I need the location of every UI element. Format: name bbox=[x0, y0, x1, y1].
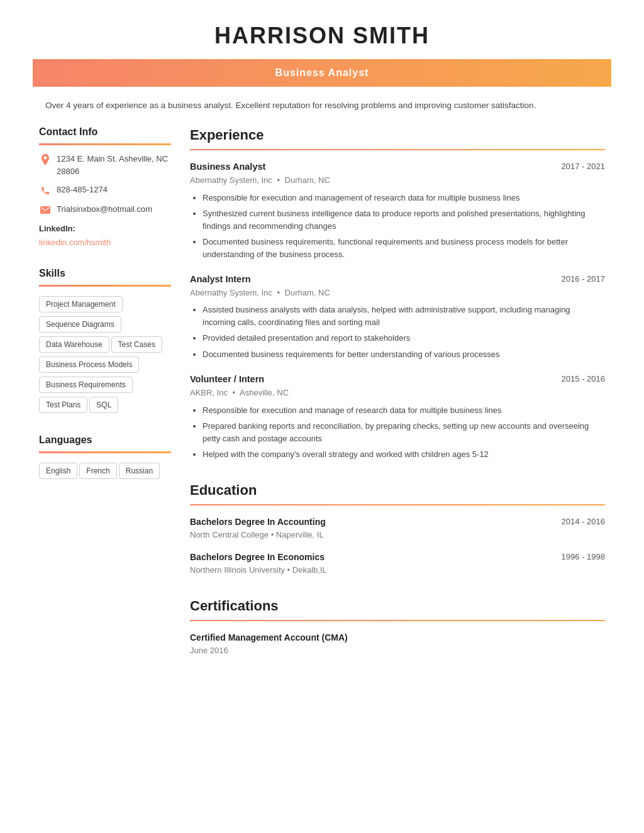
languages-section-title: Languages bbox=[39, 433, 171, 448]
skills-tags: Project ManagementSequence DiagramsData … bbox=[39, 294, 171, 415]
contact-section: Contact Info 1234 E. Main St. Asheville,… bbox=[39, 124, 171, 248]
edu-dates: 2014 - 2016 bbox=[562, 516, 605, 528]
job-bullet: Documented business requirements for bet… bbox=[203, 348, 605, 361]
language-tag: English bbox=[39, 463, 77, 479]
education-section: Education Bachelors Degree In Accounting… bbox=[190, 480, 605, 576]
job-bullet: Assisted business analysts with data ana… bbox=[203, 304, 605, 328]
linkedin-label: LinkedIn: bbox=[39, 223, 171, 235]
main-layout: Contact Info 1234 E. Main St. Asheville,… bbox=[20, 118, 624, 675]
summary-section: Over 4 years of experience as a business… bbox=[20, 87, 624, 118]
certifications-section: Certifications Certified Management Acco… bbox=[190, 595, 605, 657]
address-text: 1234 E. Main St. Asheville, NC 28806 bbox=[57, 153, 171, 177]
job-bullet: Helped with the company's overall strate… bbox=[203, 448, 605, 461]
education-divider bbox=[190, 504, 605, 505]
contact-email-item: Trialsinxbox@hotmail.com bbox=[39, 203, 171, 216]
experience-title: Experience bbox=[190, 124, 605, 145]
job-header: Analyst Intern2016 - 2017 bbox=[190, 273, 605, 287]
job-dates: 2015 - 2016 bbox=[562, 373, 605, 385]
job-dates: 2017 - 2021 bbox=[562, 160, 605, 173]
job-block: Volunteer / Intern2015 - 2016AKBR, Inc •… bbox=[190, 373, 605, 460]
certifications-container: Certified Management Account (CMA)June 2… bbox=[190, 631, 605, 657]
job-bullet: Documented business requirements, functi… bbox=[203, 236, 605, 260]
phone-icon bbox=[39, 184, 52, 197]
job-bullet: Prepared banking reports and reconciliat… bbox=[203, 420, 605, 444]
skill-tag: Test Cases bbox=[111, 336, 162, 353]
cert-name: Certified Management Account (CMA) bbox=[190, 631, 605, 644]
job-company: AKBR, Inc • Asheville, NC bbox=[190, 387, 605, 399]
edu-block: Bachelors Degree In Economics1996 - 1998… bbox=[190, 551, 605, 576]
job-title: Business Analyst bbox=[190, 160, 265, 174]
phone-text: 828-485-1274 bbox=[57, 184, 108, 196]
email-icon bbox=[39, 204, 52, 216]
skills-section: Skills Project ManagementSequence Diagra… bbox=[39, 266, 171, 415]
languages-tags: EnglishFrenchRussian bbox=[39, 461, 171, 481]
job-title: Analyst Intern bbox=[190, 273, 251, 287]
job-title: Volunteer / Intern bbox=[190, 373, 264, 387]
skill-tag: Business Process Models bbox=[39, 356, 139, 373]
job-title: Business Analyst bbox=[33, 65, 611, 80]
language-tag: Russian bbox=[119, 463, 160, 479]
linkedin-block: LinkedIn: linkedin.com/hsmith bbox=[39, 223, 171, 248]
contact-address-item: 1234 E. Main St. Asheville, NC 28806 bbox=[39, 153, 171, 177]
job-bullets: Responsible for execution and manage of … bbox=[190, 404, 605, 461]
contact-divider bbox=[39, 143, 171, 145]
edu-header: Bachelors Degree In Economics1996 - 1998 bbox=[190, 551, 605, 564]
job-bullet: Responsible for execution and manage of … bbox=[203, 404, 605, 417]
skill-tag: Business Requirements bbox=[39, 377, 133, 393]
contact-section-title: Contact Info bbox=[39, 124, 171, 140]
job-block: Analyst Intern2016 - 2017Abernathy Syste… bbox=[190, 273, 605, 360]
edu-school: Northern Illinois University • Dekalb,IL bbox=[190, 564, 605, 576]
job-bullet: Provided detailed presentation and repor… bbox=[203, 332, 605, 345]
job-header: Volunteer / Intern2015 - 2016 bbox=[190, 373, 605, 387]
job-header: Business Analyst2017 - 2021 bbox=[190, 160, 605, 174]
skill-tag: Project Management bbox=[39, 296, 123, 312]
job-bullet: Responsible for execution and management… bbox=[203, 192, 605, 204]
location-icon bbox=[39, 153, 52, 166]
edu-school: North Central College • Naperville, IL bbox=[190, 529, 605, 541]
candidate-name: HARRISON SMITH bbox=[33, 19, 611, 53]
cert-date: June 2016 bbox=[190, 644, 605, 657]
education-title: Education bbox=[190, 480, 605, 500]
email-text: Trialsinxbox@hotmail.com bbox=[57, 203, 152, 216]
skills-divider bbox=[39, 285, 171, 287]
job-company: Abernathy System, Inc • Durham, NC bbox=[190, 287, 605, 299]
job-bullets: Assisted business analysts with data ana… bbox=[190, 304, 605, 360]
edu-dates: 1996 - 1998 bbox=[562, 551, 605, 563]
job-dates: 2016 - 2017 bbox=[562, 273, 605, 285]
resume-wrapper: HARRISON SMITH Business Analyst Over 4 y… bbox=[20, 0, 624, 700]
skill-tag: SQL bbox=[89, 397, 118, 413]
skill-tag: Data Warehouse bbox=[39, 336, 109, 353]
linkedin-url: linkedin.com/hsmith bbox=[39, 236, 171, 249]
edu-degree: Bachelors Degree In Economics bbox=[190, 551, 325, 564]
skill-tag: Sequence Diagrams bbox=[39, 316, 121, 333]
job-bullets: Responsible for execution and management… bbox=[190, 192, 605, 261]
main-content: Experience Business Analyst2017 - 2021Ab… bbox=[190, 124, 605, 675]
sidebar: Contact Info 1234 E. Main St. Asheville,… bbox=[39, 124, 171, 675]
skills-section-title: Skills bbox=[39, 266, 171, 281]
languages-divider bbox=[39, 451, 171, 453]
summary-text: Over 4 years of experience as a business… bbox=[45, 99, 599, 112]
title-bar: Business Analyst bbox=[33, 59, 611, 87]
cert-block: Certified Management Account (CMA)June 2… bbox=[190, 631, 605, 657]
job-block: Business Analyst2017 - 2021Abernathy Sys… bbox=[190, 160, 605, 260]
contact-phone-item: 828-485-1274 bbox=[39, 184, 171, 197]
certifications-divider bbox=[190, 620, 605, 621]
header: HARRISON SMITH Business Analyst bbox=[20, 0, 624, 87]
job-company: Abernathy System, Inc • Durham, NC bbox=[190, 174, 605, 187]
languages-section: Languages EnglishFrenchRussian bbox=[39, 433, 171, 481]
education-container: Bachelors Degree In Accounting2014 - 201… bbox=[190, 516, 605, 576]
job-bullet: Synthesized current business intelligenc… bbox=[203, 207, 605, 232]
experience-section: Experience Business Analyst2017 - 2021Ab… bbox=[190, 124, 605, 460]
language-tag: French bbox=[79, 463, 116, 479]
edu-header: Bachelors Degree In Accounting2014 - 201… bbox=[190, 516, 605, 529]
experience-divider bbox=[190, 149, 605, 150]
edu-degree: Bachelors Degree In Accounting bbox=[190, 516, 326, 529]
edu-block: Bachelors Degree In Accounting2014 - 201… bbox=[190, 516, 605, 541]
skill-tag: Test Plans bbox=[39, 397, 87, 413]
jobs-container: Business Analyst2017 - 2021Abernathy Sys… bbox=[190, 160, 605, 460]
certifications-title: Certifications bbox=[190, 595, 605, 616]
